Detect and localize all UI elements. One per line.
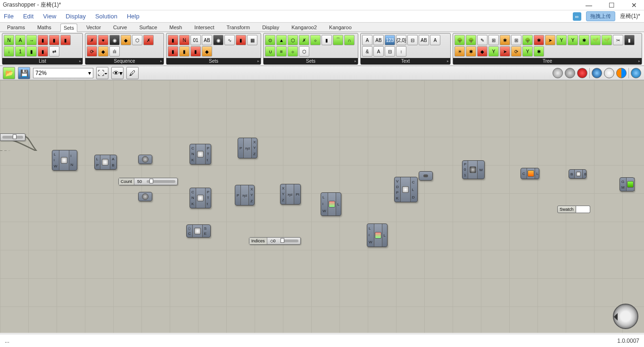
ribbon-icon[interactable]: ▮ [168,46,178,57]
ribbon-icon[interactable]: ▮ [190,46,201,57]
ribbon-group-label[interactable]: List [2,58,83,65]
component-shatter[interactable]: LP AB [94,155,117,170]
canvas[interactable]: LiW iN LP AB CNK PTt CNK PTt P xyz XYZ P… [0,80,644,333]
sketch-button[interactable]: 🖊 [126,67,139,79]
shade-mode-icon[interactable] [616,68,627,78]
display-mode-icon[interactable] [565,68,575,78]
ribbon-icon[interactable]: ⊙ [265,35,275,45]
ribbon-icon[interactable]: ∪ [265,46,275,57]
ribbon-icon[interactable]: ⊟ [407,35,418,45]
close-button[interactable]: ✕ [627,1,641,9]
ribbon-icon[interactable]: ◆ [202,46,212,57]
ribbon-icon[interactable]: A [362,35,372,45]
menu-solution[interactable]: Solution [95,13,117,20]
ribbon-group-label[interactable]: Sets [264,58,358,65]
ribbon-icon[interactable]: ✗ [87,35,97,45]
ribbon-icon[interactable]: 🌳 [454,35,465,45]
component-deconstruct-point[interactable]: P xyz XYZ [238,138,257,158]
ribbon-icon[interactable]: 1 [15,46,25,57]
menu-help[interactable]: Help [127,13,140,20]
ribbon-icon[interactable]: ▮ [60,35,71,45]
menu-edit[interactable]: Edit [23,13,33,20]
ribbon-icon[interactable]: ⟐ [310,35,321,45]
ribbon-icon[interactable]: ◆ [477,46,487,57]
ribbon-icon[interactable]: Y [568,35,578,45]
ribbon-icon[interactable]: ▮ [38,35,48,45]
tab-transform[interactable]: Transform [223,23,253,32]
upload-button[interactable]: 拖拽上传 [586,11,615,21]
component-relay[interactable] [138,192,152,201]
ribbon-icon[interactable]: ▮ [236,35,246,45]
display-mode-icon[interactable] [577,68,587,78]
ribbon-icon[interactable]: ▦ [247,35,257,45]
ribbon-icon[interactable]: AB [202,35,212,45]
zoom-extents-button[interactable]: ⛶▾ [96,67,108,79]
tab-curve[interactable]: Curve [110,23,130,32]
component-weave[interactable]: P01 W [462,160,485,179]
tab-sets[interactable]: Sets [60,24,77,32]
ribbon-icon[interactable]: ✱ [500,35,510,45]
ribbon-icon[interactable]: ⌒ [333,35,343,45]
ribbon-icon[interactable]: ⊟ [385,46,395,57]
ribbon-icon[interactable]: ▮ [168,35,178,45]
ribbon-icon[interactable]: ◆ [121,35,131,45]
save-button[interactable]: 💾 [18,67,30,79]
ribbon-icon[interactable]: ✗ [143,35,154,45]
menu-view[interactable]: View [43,13,56,20]
ribbon-icon[interactable]: {2,0} [396,35,406,45]
ribbon-group-label[interactable]: Text [361,58,450,65]
ribbon-icon[interactable]: 01 [190,35,201,45]
ribbon-icon[interactable]: 123 [385,35,395,45]
ribbon-icon[interactable]: ⟳ [87,46,97,57]
component-list-item[interactable]: LiW iN [52,150,77,171]
ribbon-icon[interactable]: ♥ [98,35,108,45]
ribbon-icon[interactable]: ☀ [454,46,465,57]
ribbon-icon[interactable]: ✂ [613,35,623,45]
ribbon-icon[interactable]: ▲ [276,35,287,45]
ribbon-icon[interactable]: ✱ [466,46,476,57]
shade-mode-icon[interactable] [592,68,602,78]
component-relay[interactable] [419,171,433,181]
ribbon-icon[interactable]: 🌱 [590,35,601,45]
canvas-compass[interactable] [613,304,638,329]
slider-indices[interactable]: Indices ◇0 [249,237,301,245]
ribbon-icon[interactable]: ◉ [213,35,223,45]
ribbon-icon[interactable]: ↓ [4,46,14,57]
tab-params[interactable]: Params [4,23,28,32]
ribbon-group-label[interactable]: Tree [453,58,642,65]
ribbon-icon[interactable]: ▮ [624,35,635,45]
display-mode-icon[interactable] [553,68,563,78]
ribbon-icon[interactable]: ∿ [224,35,235,45]
component-relay[interactable] [138,155,152,164]
component-deconstruct-point[interactable]: P xyz XYZ [235,185,255,206]
ribbon-icon[interactable]: A [15,35,25,45]
component-construct-point[interactable]: XYZ xyz Pt [280,184,301,205]
preview-button[interactable]: 👁▾ [111,67,124,79]
ribbon-icon[interactable]: ◉ [109,35,120,45]
component-replace-items[interactable]: LiW L [367,223,388,247]
tab-kangaroo[interactable]: Kangaroo [326,23,355,32]
ribbon-icon[interactable]: ⬡ [288,35,298,45]
component-end-points[interactable]: ⬯C SE [186,224,211,238]
ribbon-icon[interactable]: ✗ [299,35,309,45]
preview-mode-icon[interactable] [631,68,641,78]
maximize-button[interactable]: ☐ [604,1,619,9]
tab-surface[interactable]: Surface [136,23,160,32]
ribbon-icon[interactable]: ılı [109,46,120,57]
ribbon-icon[interactable]: ▮ [179,46,190,57]
ribbon-icon[interactable]: ✎ [477,35,487,45]
component-brep[interactable]: B B [569,169,586,179]
ribbon-icon[interactable]: Y [522,46,533,57]
menu-display[interactable]: Display [66,13,86,20]
minimize-button[interactable]: — [582,1,596,9]
ribbon-icon[interactable]: A [373,46,384,57]
ribbon-icon[interactable]: ∩ [344,35,355,45]
ribbon-icon[interactable]: ▮ [322,35,332,45]
component-polyline[interactable]: C L [520,168,539,179]
ribbon-icon[interactable]: ⟐ [288,46,298,57]
open-button[interactable]: 📂 [3,67,15,79]
ribbon-icon[interactable]: ➤ [545,35,555,45]
ribbon-icon[interactable]: ▮ [38,46,48,57]
tab-intersect[interactable]: Intersect [191,23,217,32]
tab-mesh[interactable]: Mesh [166,23,185,32]
